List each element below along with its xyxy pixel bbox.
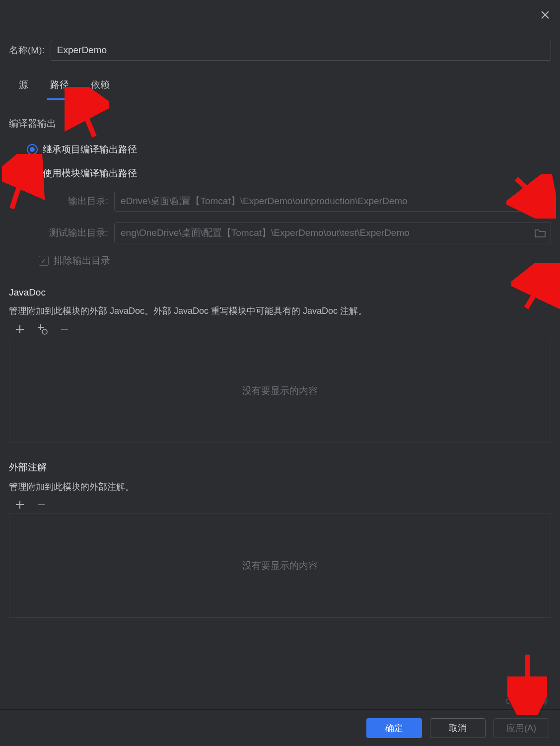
test-output-dir-label: 测试输出目录: — [39, 226, 108, 239]
radio-module-label: 使用模块编译输出路径 — [43, 167, 137, 180]
output-dir-label: 输出目录: — [39, 195, 108, 208]
annotations-desc: 管理附加到此模块的外部注解。 — [9, 481, 551, 493]
exclude-output-label: 排除输出目录 — [54, 254, 110, 267]
plus-icon[interactable] — [15, 500, 25, 510]
tab-dependencies[interactable]: 依赖 — [88, 78, 113, 100]
dialog-footer: 确定 取消 应用(A) — [0, 709, 560, 746]
annotations-empty-text: 没有要显示的内容 — [242, 559, 318, 572]
folder-icon[interactable] — [535, 228, 546, 237]
minus-icon[interactable] — [60, 324, 70, 334]
annotations-title: 外部注解 — [9, 461, 551, 474]
javadoc-list: 没有要显示的内容 — [9, 339, 551, 443]
radio-inherit-output[interactable]: 继承项目编译输出路径 — [27, 143, 551, 156]
name-row: 名称(M): — [9, 40, 551, 61]
javadoc-title: JavaDoc — [9, 287, 551, 298]
javadoc-toolbar — [9, 320, 551, 339]
apply-button[interactable]: 应用(A) — [493, 718, 549, 738]
annotations-toolbar — [9, 496, 551, 514]
radio-icon — [27, 144, 38, 155]
tab-source[interactable]: 源 — [16, 78, 31, 100]
output-dir-input[interactable]: eDrive\桌面\配置【Tomcat】\ExperDemo\out\produ… — [114, 191, 551, 212]
tab-paths[interactable]: 路径 — [47, 78, 72, 100]
checkbox-icon: ✓ — [39, 256, 49, 266]
radio-icon — [27, 168, 38, 179]
tab-bar: 源 路径 依赖 — [9, 78, 551, 100]
exclude-output-checkbox[interactable]: ✓ 排除输出目录 — [9, 254, 551, 267]
annotations-list: 没有要显示的内容 — [9, 514, 551, 618]
compiler-output-title: 编译器输出 — [9, 117, 551, 130]
radio-module-output[interactable]: 使用模块编译输出路径 — [27, 167, 551, 180]
name-input[interactable] — [51, 40, 551, 61]
watermark: CSDN @鸿蒙 — [505, 697, 548, 706]
test-output-dir-row: 测试输出目录: eng\OneDrive\桌面\配置【Tomcat】\Exper… — [39, 223, 551, 243]
folder-icon[interactable] — [535, 197, 546, 206]
output-dir-row: 输出目录: eDrive\桌面\配置【Tomcat】\ExperDemo\out… — [39, 191, 551, 212]
minus-icon[interactable] — [37, 500, 47, 510]
radio-inherit-label: 继承项目编译输出路径 — [43, 143, 137, 156]
svg-point-0 — [42, 329, 47, 334]
plus-globe-icon[interactable] — [37, 324, 48, 335]
cancel-button[interactable]: 取消 — [430, 718, 486, 738]
javadoc-empty-text: 没有要显示的内容 — [242, 384, 318, 397]
close-icon[interactable] — [539, 9, 551, 21]
plus-icon[interactable] — [15, 324, 25, 334]
test-output-dir-value: eng\OneDrive\桌面\配置【Tomcat】\ExperDemo\out… — [121, 226, 410, 239]
javadoc-desc: 管理附加到此模块的外部 JavaDoc。外部 JavaDoc 重写模块中可能具有… — [9, 305, 551, 317]
output-dir-value: eDrive\桌面\配置【Tomcat】\ExperDemo\out\produ… — [121, 195, 408, 208]
name-label: 名称(M): — [9, 44, 45, 57]
ok-button[interactable]: 确定 — [366, 718, 422, 738]
test-output-dir-input[interactable]: eng\OneDrive\桌面\配置【Tomcat】\ExperDemo\out… — [114, 223, 551, 243]
